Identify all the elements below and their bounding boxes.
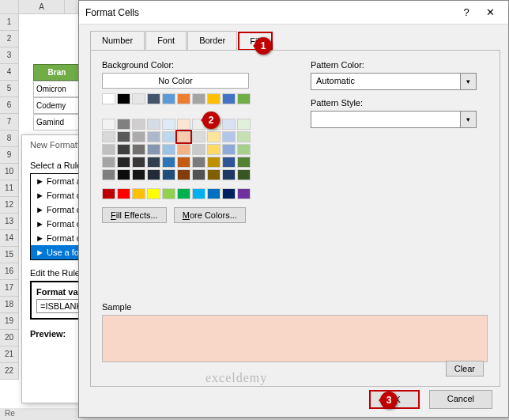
row-header[interactable]: 13 — [0, 214, 19, 230]
color-swatch[interactable] — [237, 119, 251, 130]
color-swatch[interactable] — [117, 157, 130, 168]
table-row[interactable]: Gamind — [33, 114, 81, 131]
color-swatch[interactable] — [117, 188, 130, 199]
row-header[interactable]: 4 — [0, 64, 19, 81]
color-swatch[interactable] — [162, 119, 175, 130]
color-swatch[interactable] — [192, 157, 205, 168]
color-swatch[interactable] — [162, 93, 175, 104]
color-swatch[interactable] — [162, 157, 175, 168]
tab-font[interactable]: Font — [145, 31, 187, 50]
row-header[interactable]: 3 — [0, 47, 19, 64]
tab-number[interactable]: Number — [90, 31, 145, 50]
color-swatch[interactable] — [117, 119, 130, 130]
color-swatch[interactable] — [222, 131, 236, 142]
color-swatch[interactable] — [117, 144, 130, 155]
color-swatch[interactable] — [192, 169, 205, 180]
color-swatch[interactable] — [117, 93, 130, 104]
color-swatch[interactable] — [207, 157, 221, 168]
color-swatch[interactable] — [147, 157, 160, 168]
row-header[interactable]: 6 — [0, 97, 19, 114]
color-swatch[interactable] — [117, 169, 130, 180]
row-header[interactable]: 5 — [0, 81, 19, 97]
color-swatch[interactable] — [237, 157, 251, 168]
color-swatch[interactable] — [222, 157, 236, 168]
color-swatch[interactable] — [177, 119, 190, 130]
color-swatch[interactable] — [222, 144, 236, 155]
fill-effects-button[interactable]: FFill Effects...ill Effects... — [102, 207, 167, 223]
color-swatch[interactable] — [102, 93, 115, 104]
color-swatch[interactable] — [132, 144, 145, 155]
color-swatch[interactable] — [237, 188, 251, 199]
color-swatch[interactable] — [162, 131, 175, 142]
color-swatch[interactable] — [162, 144, 175, 155]
color-swatch[interactable] — [237, 93, 251, 104]
color-swatch[interactable] — [177, 157, 190, 168]
color-swatch[interactable] — [207, 93, 221, 104]
col-header[interactable]: A — [19, 0, 65, 13]
help-icon[interactable]: ? — [454, 6, 478, 18]
row-header[interactable]: 15 — [0, 247, 19, 263]
row-header[interactable]: 18 — [0, 297, 19, 313]
color-swatch[interactable] — [147, 131, 160, 142]
chevron-down-icon[interactable]: ▾ — [460, 112, 476, 127]
color-swatch[interactable] — [207, 188, 221, 199]
color-swatch[interactable] — [162, 169, 175, 180]
row-header[interactable]: 17 — [0, 280, 19, 297]
row-header[interactable]: 10 — [0, 164, 19, 180]
table-row[interactable]: Codemy — [33, 97, 81, 114]
color-swatch[interactable] — [207, 144, 221, 155]
color-swatch[interactable] — [177, 93, 190, 104]
clear-button[interactable]: Clear — [446, 361, 484, 376]
color-swatch[interactable] — [237, 131, 251, 142]
no-color-button[interactable]: No Color — [102, 73, 249, 89]
color-swatch[interactable] — [132, 119, 145, 130]
color-swatch[interactable] — [102, 119, 115, 130]
color-swatch[interactable] — [192, 144, 205, 155]
color-swatch[interactable] — [222, 188, 236, 199]
row-header[interactable]: 11 — [0, 180, 19, 197]
row-header[interactable]: 20 — [0, 330, 19, 346]
close-icon[interactable]: ✕ — [478, 6, 502, 18]
more-colors-button[interactable]: More Colors... — [174, 207, 246, 223]
pattern-color-combo[interactable]: Automatic ▾ — [311, 73, 477, 90]
color-swatch[interactable] — [132, 157, 145, 168]
color-swatch[interactable] — [147, 144, 160, 155]
tab-border[interactable]: Border — [187, 31, 237, 50]
color-swatch[interactable] — [102, 169, 115, 180]
row-header[interactable]: 19 — [0, 313, 19, 330]
row-header[interactable]: 12 — [0, 197, 19, 214]
color-swatch[interactable] — [102, 144, 115, 155]
color-swatch[interactable] — [207, 169, 221, 180]
color-swatch[interactable] — [132, 131, 145, 142]
table-row[interactable]: Omicron — [33, 81, 81, 97]
color-swatch[interactable] — [162, 188, 175, 199]
color-swatch[interactable] — [132, 169, 145, 180]
color-swatch[interactable] — [177, 144, 190, 155]
pattern-style-combo[interactable]: ▾ — [311, 111, 477, 128]
color-swatch[interactable] — [192, 93, 205, 104]
color-swatch[interactable] — [147, 119, 160, 130]
cancel-button[interactable]: Cancel — [429, 390, 492, 409]
row-header[interactable]: 1 — [0, 14, 19, 31]
row-header[interactable]: 7 — [0, 114, 19, 131]
row-header[interactable]: 14 — [0, 230, 19, 247]
color-swatch[interactable] — [222, 119, 236, 130]
color-swatch[interactable] — [237, 169, 251, 180]
row-header[interactable]: 9 — [0, 147, 19, 164]
color-swatch[interactable] — [132, 188, 145, 199]
color-swatch[interactable] — [177, 169, 190, 180]
color-swatch[interactable] — [102, 188, 115, 199]
color-swatch[interactable] — [192, 131, 205, 142]
color-swatch[interactable] — [147, 188, 160, 199]
color-swatch[interactable] — [147, 93, 160, 104]
color-swatch[interactable] — [177, 188, 190, 199]
color-swatch[interactable] — [102, 157, 115, 168]
row-header[interactable]: 16 — [0, 263, 19, 280]
color-swatch[interactable] — [192, 188, 205, 199]
color-swatch[interactable] — [132, 93, 145, 104]
color-swatch[interactable] — [102, 131, 115, 142]
row-header[interactable]: 21 — [0, 346, 19, 363]
chevron-down-icon[interactable]: ▾ — [460, 74, 476, 89]
color-swatch[interactable] — [222, 169, 236, 180]
color-swatch[interactable] — [117, 131, 130, 142]
